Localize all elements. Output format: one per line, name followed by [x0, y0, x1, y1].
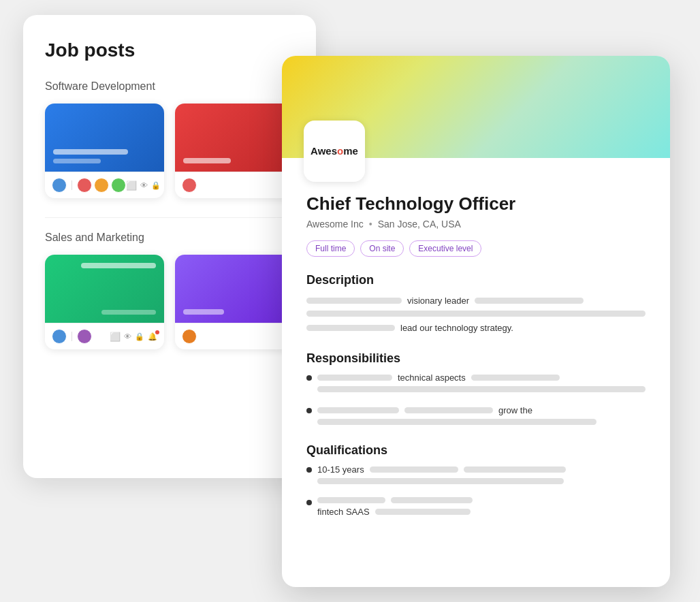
card-title-area — [53, 149, 128, 163]
software-cards-row: ⬜ 👁 🔒 🔔 — [45, 104, 294, 198]
bullet-line-row: technical aspects — [317, 373, 646, 383]
description-section: Description visionary leader lead our te… — [306, 273, 646, 338]
text-placeholder — [306, 311, 646, 317]
avatar — [111, 178, 126, 193]
text-placeholder — [317, 497, 385, 503]
card-footer-blue: ⬜ 👁 🔒 🔔 — [45, 172, 164, 198]
text-placeholder — [306, 325, 395, 331]
bullet-dot — [306, 467, 312, 473]
section-label-software: Software Development — [45, 80, 294, 93]
logo-dot: o — [337, 145, 343, 157]
description-line-1: visionary leader — [306, 296, 584, 306]
inline-text-years: 10-15 years — [317, 464, 364, 475]
card-icons: ⬜ 👁 🔒 🔔 — [126, 180, 164, 191]
job-card-blue[interactable]: ⬜ 👁 🔒 🔔 — [45, 104, 164, 198]
text-placeholder — [404, 407, 493, 413]
eye-icon: 👁 — [140, 181, 148, 189]
card-icons: ⬜ 👁 🔒 🔔 — [110, 332, 157, 342]
responsibilities-section: Responsibilities technical aspects — [306, 351, 646, 430]
company-name: Awesome Inc — [306, 219, 364, 229]
card-header-purple — [175, 255, 294, 323]
section-divider — [45, 217, 294, 218]
card-avatars — [52, 178, 126, 193]
logo-text-me: me — [343, 145, 358, 157]
job-card-red[interactable] — [175, 104, 294, 198]
card-header-red — [175, 104, 294, 172]
responsibility-item-2: grow the — [306, 405, 646, 430]
text-placeholder — [317, 407, 399, 413]
bullet-content: grow the — [317, 405, 646, 430]
detail-header-gradient: Awesome — [282, 56, 670, 158]
inline-text-lead: lead our technology strategy. — [400, 323, 513, 333]
eye-icon: 👁 — [124, 332, 131, 340]
qualifications-heading: Qualifications — [306, 443, 646, 458]
card-footer-purple — [175, 323, 294, 349]
bullet-content: 10-15 years — [317, 464, 646, 489]
avatar — [77, 329, 92, 344]
job-card-purple[interactable] — [175, 255, 294, 349]
job-card-green[interactable]: ⬜ 👁 🔒 🔔 — [45, 255, 164, 349]
company-logo: Awesome — [311, 144, 358, 158]
sales-cards-row: ⬜ 👁 🔒 🔔 — [45, 255, 294, 349]
text-placeholder — [317, 375, 392, 381]
job-title: Chief Technology Officer — [306, 193, 646, 215]
description-heading: Description — [306, 273, 646, 287]
avatar — [77, 178, 92, 193]
logo-text-awes: Awes — [311, 145, 337, 157]
card-title-bar — [183, 309, 224, 315]
card-extra-bar — [101, 310, 156, 315]
export-icon: ⬜ — [110, 332, 121, 342]
divider — [71, 332, 72, 341]
company-info: Awesome Inc • San Jose, CA, USA — [306, 219, 646, 229]
text-placeholder — [464, 466, 566, 473]
detail-panel: Awesome Chief Technology Officer Awesome… — [282, 56, 670, 587]
avatar — [182, 329, 197, 344]
card-footer-red — [175, 172, 294, 198]
card-title-bar — [53, 149, 128, 155]
bullet-line-row: grow the — [317, 405, 646, 415]
card-avatars — [182, 178, 197, 193]
panel-title: Job posts — [45, 39, 294, 61]
bullet-line-row — [317, 497, 646, 503]
bullet-line-row: 10-15 years — [317, 464, 646, 475]
bullet-content: fintech SAAS — [317, 497, 646, 520]
avatar — [94, 178, 109, 193]
description-line-3: lead our technology strategy. — [306, 323, 513, 333]
bullet-content: technical aspects — [317, 373, 646, 397]
dot-separator: • — [369, 219, 372, 229]
scene: Job posts Software Development — [23, 15, 677, 587]
inline-text-technical: technical aspects — [398, 373, 466, 383]
inline-text-grow: grow the — [498, 405, 532, 415]
card-subtitle-bar — [53, 159, 101, 163]
card-header-green — [45, 255, 164, 323]
card-avatars — [182, 329, 197, 344]
bullet-dot — [306, 500, 312, 505]
export-icon: ⬜ — [126, 180, 137, 191]
text-placeholder — [317, 419, 596, 425]
text-placeholder — [306, 298, 402, 304]
bullet-line-row-2: fintech SAAS — [317, 507, 646, 517]
text-placeholder — [317, 386, 646, 392]
inline-text-fintech: fintech SAAS — [317, 507, 370, 517]
text-placeholder — [471, 375, 560, 381]
detail-body: Chief Technology Officer Awesome Inc • S… — [282, 158, 670, 556]
lock-icon: 🔒 — [135, 332, 144, 341]
location: San Jose, CA, USA — [378, 219, 461, 229]
qualification-item-1: 10-15 years — [306, 464, 646, 489]
card-avatars — [52, 329, 92, 344]
card-header-blue — [45, 104, 164, 172]
job-posts-panel: Job posts Software Development — [23, 15, 316, 478]
tag-executive: Executive level — [409, 240, 481, 257]
qualification-item-2: fintech SAAS — [306, 497, 646, 520]
card-title-area — [183, 158, 231, 163]
qualifications-section: Qualifications 10-15 years — [306, 443, 646, 520]
bullet-dot — [306, 408, 312, 413]
company-logo-box: Awesome — [304, 121, 365, 182]
responsibility-item-1: technical aspects — [306, 373, 646, 397]
bullet-dot — [306, 375, 312, 381]
tags-row: Full time On site Executive level — [306, 240, 646, 257]
text-placeholder — [391, 497, 473, 503]
tag-onsite: On site — [360, 240, 404, 257]
card-title-area — [183, 309, 224, 315]
lock-icon: 🔒 — [151, 181, 161, 190]
